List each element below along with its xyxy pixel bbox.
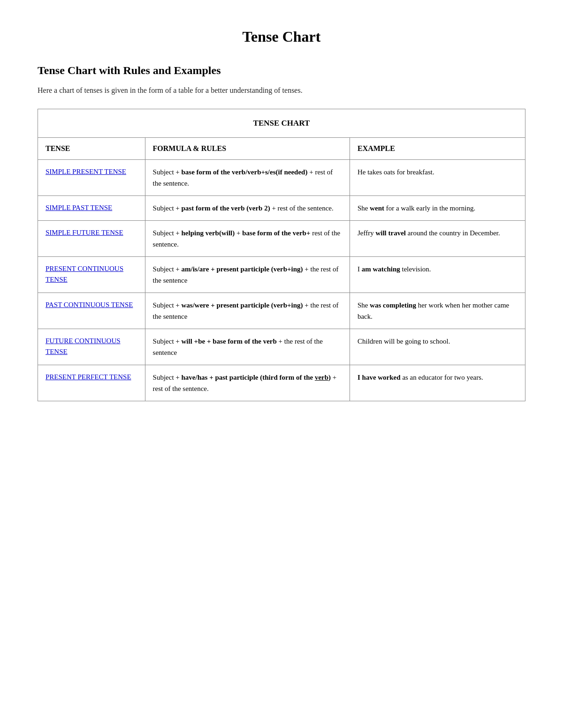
past-continuous-link[interactable]: PAST CONTINUOUS TENSE xyxy=(46,301,133,308)
table-row: SIMPLE FUTURE TENSE Subject + helping ve… xyxy=(38,221,525,257)
intro-text: Here a chart of tenses is given in the f… xyxy=(38,86,525,95)
table-header-label: TENSE CHART xyxy=(253,119,310,128)
example-cell-present-perfect: I have worked as an educator for two yea… xyxy=(350,365,525,401)
tense-cell-simple-future: SIMPLE FUTURE TENSE xyxy=(38,221,145,257)
table-main-header: TENSE CHART xyxy=(38,109,525,138)
simple-future-link[interactable]: SIMPLE FUTURE TENSE xyxy=(46,229,123,236)
simple-present-link[interactable]: SIMPLE PRESENT TENSE xyxy=(46,168,126,175)
present-continuous-link[interactable]: PRESENT CONTINUOUS TENSE xyxy=(46,265,123,283)
formula-cell-present-continuous: Subject + am/is/are + present participle… xyxy=(145,257,350,293)
table-row: PRESENT CONTINUOUS TENSE Subject + am/is… xyxy=(38,257,525,293)
tense-cell-future-continuous: FUTURE CONTINUOUS TENSE xyxy=(38,329,145,365)
table-row: FUTURE CONTINUOUS TENSE Subject + will +… xyxy=(38,329,525,365)
example-cell-past-continuous: She was completing her work when her mot… xyxy=(350,293,525,329)
future-continuous-link[interactable]: FUTURE CONTINUOUS TENSE xyxy=(46,337,121,355)
formula-cell-simple-past: Subject + past form of the verb (verb 2)… xyxy=(145,196,350,221)
example-cell-present-continuous: I am watching television. xyxy=(350,257,525,293)
example-cell-simple-future: Jeffry will travel around the country in… xyxy=(350,221,525,257)
tense-cell-past-continuous: PAST CONTINUOUS TENSE xyxy=(38,293,145,329)
table-row: PAST CONTINUOUS TENSE Subject + was/were… xyxy=(38,293,525,329)
formula-cell-past-continuous: Subject + was/were + present participle … xyxy=(145,293,350,329)
tense-col-header: TENSE xyxy=(38,138,145,160)
example-cell-simple-past: She went for a walk early in the morning… xyxy=(350,196,525,221)
tense-cell-present-continuous: PRESENT CONTINUOUS TENSE xyxy=(38,257,145,293)
present-perfect-link[interactable]: PRESENT PERFECT TENSE xyxy=(46,373,131,381)
column-headers-row: TENSE FORMULA & RULES EXAMPLE xyxy=(38,138,525,160)
example-col-header: EXAMPLE xyxy=(350,138,525,160)
section-title: Tense Chart with Rules and Examples xyxy=(38,64,525,77)
example-cell-simple-present: He takes oats for breakfast. xyxy=(350,160,525,196)
formula-cell-simple-present: Subject + base form of the verb/verb+s/e… xyxy=(145,160,350,196)
tense-cell-present-perfect: PRESENT PERFECT TENSE xyxy=(38,365,145,401)
example-cell-future-continuous: Children will be going to school. xyxy=(350,329,525,365)
table-row: SIMPLE PAST TENSE Subject + past form of… xyxy=(38,196,525,221)
tense-cell-simple-past: SIMPLE PAST TENSE xyxy=(38,196,145,221)
table-row: PRESENT PERFECT TENSE Subject + have/has… xyxy=(38,365,525,401)
tense-cell-simple-present: SIMPLE PRESENT TENSE xyxy=(38,160,145,196)
page-title: Tense Chart xyxy=(38,28,525,45)
formula-cell-present-perfect: Subject + have/has + past participle (th… xyxy=(145,365,350,401)
formula-col-header: FORMULA & RULES xyxy=(145,138,350,160)
tense-chart-table: TENSE CHART TENSE FORMULA & RULES EXAMPL… xyxy=(38,109,525,401)
formula-cell-simple-future: Subject + helping verb(will) + base form… xyxy=(145,221,350,257)
simple-past-link[interactable]: SIMPLE PAST TENSE xyxy=(46,204,112,211)
formula-cell-future-continuous: Subject + will +be + base form of the ve… xyxy=(145,329,350,365)
table-row: SIMPLE PRESENT TENSE Subject + base form… xyxy=(38,160,525,196)
